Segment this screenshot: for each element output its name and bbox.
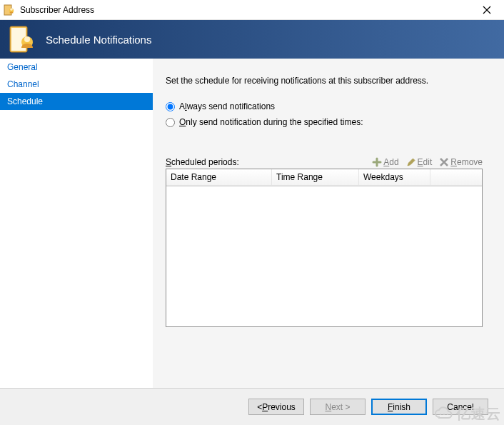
- radio-only-row[interactable]: Only send notification during the specif…: [166, 117, 483, 127]
- banner-title: Schedule Notifications: [46, 34, 151, 46]
- scheduled-periods-grid[interactable]: Date Range Time Range Weekdays: [166, 169, 483, 327]
- titlebar: Subscriber Address: [0, 0, 504, 20]
- app-icon: [3, 4, 16, 16]
- sidebar: General Channel Schedule: [0, 59, 153, 388]
- wizard-footer: < Previous Next > Finish Cancel 亿速云: [0, 388, 504, 425]
- grid-body: [166, 186, 482, 326]
- content-pane: Set the schedule for receiving notificat…: [153, 59, 504, 388]
- grid-header: Date Range Time Range Weekdays: [166, 169, 482, 186]
- scheduled-periods-label: Scheduled periods:: [166, 157, 239, 167]
- column-spacer: [430, 169, 482, 186]
- radio-always-label: Always send notifications: [179, 101, 275, 111]
- finish-button[interactable]: Finish: [371, 399, 427, 415]
- cancel-button[interactable]: Cancel: [433, 399, 488, 415]
- svg-point-8: [24, 36, 30, 42]
- previous-button[interactable]: < Previous: [248, 399, 304, 415]
- column-date-range[interactable]: Date Range: [166, 169, 272, 186]
- svg-point-2: [10, 8, 12, 10]
- close-button[interactable]: [473, 0, 501, 20]
- column-time-range[interactable]: Time Range: [272, 169, 359, 186]
- radio-always[interactable]: [166, 102, 175, 111]
- next-button[interactable]: Next >: [310, 399, 366, 415]
- radio-only-label: Only send notification during the specif…: [179, 117, 363, 127]
- banner-icon: [6, 24, 37, 55]
- schedule-description: Set the schedule for receiving notificat…: [166, 76, 483, 86]
- window-title: Subscriber Address: [20, 5, 94, 15]
- pencil-icon: [406, 157, 416, 167]
- radio-always-row[interactable]: Always send notifications: [166, 101, 483, 111]
- x-icon: [439, 157, 449, 167]
- close-icon: [483, 6, 491, 14]
- radio-only[interactable]: [166, 118, 175, 127]
- edit-button[interactable]: Edit: [406, 157, 433, 167]
- sidebar-item-channel[interactable]: Channel: [0, 76, 153, 93]
- banner: Schedule Notifications: [0, 20, 504, 59]
- add-button[interactable]: Add: [372, 157, 398, 167]
- column-weekdays[interactable]: Weekdays: [359, 169, 430, 186]
- sidebar-item-general[interactable]: General: [0, 59, 153, 76]
- remove-button[interactable]: Remove: [439, 157, 483, 167]
- sidebar-item-schedule[interactable]: Schedule: [0, 93, 153, 110]
- plus-icon: [372, 157, 382, 167]
